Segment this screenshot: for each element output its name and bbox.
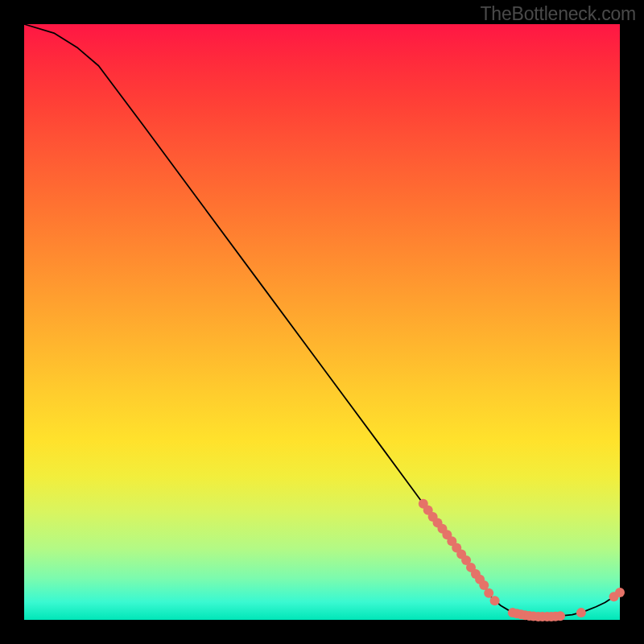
chart-canvas: TheBottleneck.com — [0, 0, 644, 644]
chart-svg — [24, 24, 620, 620]
data-point — [615, 588, 625, 597]
data-point — [484, 588, 493, 598]
data-point — [576, 608, 586, 617]
data-point — [490, 596, 500, 605]
data-curve — [24, 24, 620, 617]
data-points — [419, 499, 625, 621]
plot-area — [24, 24, 620, 620]
watermark-text: TheBottleneck.com — [481, 3, 636, 25]
data-point — [555, 611, 565, 621]
